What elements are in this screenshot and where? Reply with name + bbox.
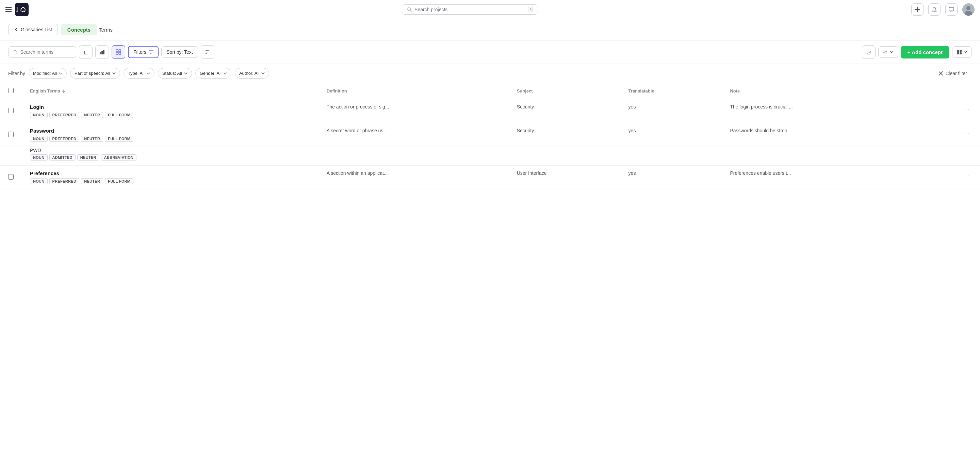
notifications-button[interactable] [928,3,940,16]
add-concept-label: + Add concept [907,49,943,55]
text-format-button[interactable]: T [79,45,92,59]
chart-view-button[interactable] [95,45,109,59]
more-actions-button[interactable]: ⋯ [960,128,972,138]
tag-row: NOUNPREFERREDNEUTERFULL FORM [30,136,310,142]
search-icon [407,7,412,12]
gender-label: Gender: All [200,71,221,76]
toolbar: T Filters Sort by: Text [0,40,980,64]
status-label: Status: All [162,71,182,76]
type-filter[interactable]: Type: All [124,68,154,79]
delete-button[interactable] [862,45,875,59]
type-chevron-icon [147,72,150,75]
nav-left:  [5,3,29,16]
sub-term-name: PWD [30,147,310,153]
definition-cell: A secret word or phrase us... [318,123,509,147]
back-label: Glossaries List [21,27,52,32]
author-label: Author: All [239,71,259,76]
top-navigation:  / [0,0,980,19]
th-checkbox [0,83,22,99]
sort-arrow-icon [62,89,66,93]
filter-bar-right: Clear filter [934,68,972,79]
glossaries-list-button[interactable]: Glossaries List [8,24,58,35]
part-of-speech-label: Part of speech: All [75,71,110,76]
filter-by-label: Filter by [8,71,25,76]
tag: NEUTER [81,178,103,184]
logo[interactable]:  [15,3,29,16]
type-label: Type: All [128,71,145,76]
filters-button[interactable]: Filters [128,46,159,58]
row-checkbox[interactable] [8,174,14,179]
tag: NEUTER [81,136,103,142]
term-name: Login [30,104,310,110]
th-english-terms: English Terms [22,83,318,99]
svg-rect-14 [102,51,103,54]
tag: NOUN [30,136,48,142]
translatable-cell: yes [620,166,722,189]
subject-cell: Security [509,99,620,123]
sort-direction-button[interactable] [201,45,215,59]
translatable-cell: yes [620,123,722,147]
more-actions-button[interactable]: ⋯ [960,104,972,114]
tag: PREFERRED [49,112,80,118]
term-search-wrap[interactable] [8,46,76,58]
filters-label: Filters [134,49,146,55]
part-of-speech-filter[interactable]: Part of speech: All [70,68,120,79]
svg-rect-30 [957,50,959,52]
breadcrumb: Glossaries List Concepts Terms [0,19,980,40]
table-header: English Terms Definition Subject Transla… [0,83,980,99]
tag: NOUN [30,154,48,160]
tag: ABBREVIATION [101,154,137,160]
note-cell: The login process is crucial ... [722,99,913,123]
tag: ADMITTED [49,154,76,160]
status-chevron-icon [184,72,188,75]
svg-rect-31 [959,50,962,52]
clear-filter-button[interactable]: Clear filter [934,68,972,79]
breadcrumb-inactive: Terms [99,27,113,33]
modified-filter[interactable]: Modified: All [29,68,67,79]
search-shortcut: / [528,7,533,12]
search-bar[interactable]: / [402,5,538,14]
row-actions-cell: ⋯ [913,123,980,147]
sort-order-button[interactable] [878,46,898,58]
grid-view-button[interactable] [111,45,125,59]
gender-filter[interactable]: Gender: All [195,68,231,79]
svg-rect-18 [116,52,118,54]
definition-cell: The action or process of sig... [318,99,509,123]
select-all-checkbox[interactable] [8,88,14,93]
term-name: Password [30,128,310,134]
th-note: Note [722,83,913,99]
add-concept-button[interactable]: + Add concept [901,46,950,59]
search-input[interactable] [414,7,525,12]
author-filter[interactable]: Author: All [235,68,269,79]
more-actions-button[interactable]: ⋯ [960,170,972,181]
concepts-table-wrap: English Terms Definition Subject Transla… [0,83,980,189]
th-definition: Definition [318,83,509,99]
add-button[interactable] [911,3,924,16]
tag-row: NOUNPREFERREDNEUTERFULL FORM [30,178,310,184]
term-search-input[interactable] [20,49,71,55]
status-filter[interactable]: Status: All [158,68,192,79]
view-toggle-button[interactable] [952,46,972,58]
messages-button[interactable] [945,3,958,16]
user-avatar[interactable] [962,3,975,16]
row-checkbox[interactable] [8,132,14,137]
back-arrow-icon [14,27,19,32]
sort-button[interactable]: Sort by: Text [161,46,198,58]
svg-rect-33 [959,52,962,54]
modified-chevron-icon [59,72,62,75]
menu-icon[interactable] [5,7,11,12]
tag: FULL FORM [105,136,134,142]
svg-rect-16 [116,50,118,52]
svg-line-2 [410,10,412,11]
svg-rect-5 [949,8,954,11]
row-checkbox[interactable] [8,108,14,113]
th-translatable: Translatable [620,83,722,99]
search-wrapper: / [33,5,907,14]
tag: NEUTER [77,154,99,160]
svg-point-7 [966,6,970,10]
sort-label: Sort by: Text [166,49,193,55]
term-search-icon [13,50,18,54]
tag: NOUN [30,112,48,118]
tag: NEUTER [81,112,103,118]
tag: PREFERRED [49,178,80,184]
